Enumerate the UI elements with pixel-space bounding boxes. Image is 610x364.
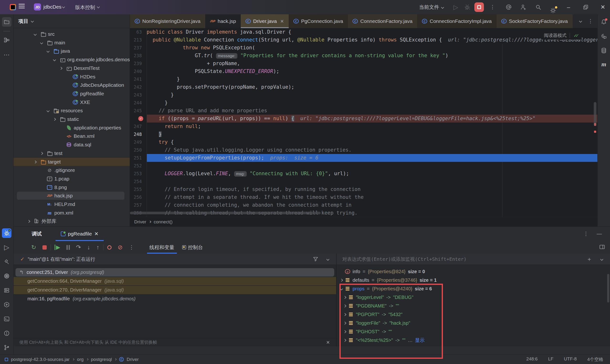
- variable-row[interactable]: "loggerFile"->"hack.jsp": [337, 319, 610, 327]
- gutter-246[interactable]: ✓: [130, 115, 147, 123]
- close-icon[interactable]: ✕: [280, 19, 284, 24]
- more-tools-button[interactable]: ⋯: [2, 50, 12, 60]
- evaluate-expression-field[interactable]: 对表达式求值(Enter)或添加监视(Ctrl+Shift+Enter) ＋: [337, 254, 610, 265]
- close-button[interactable]: ✕: [599, 3, 607, 11]
- rerun-button[interactable]: ↻: [31, 244, 36, 250]
- chevron-down-icon[interactable]: [47, 50, 50, 53]
- debug-more-kebab-icon[interactable]: ⋮: [129, 245, 134, 250]
- project-panel-header[interactable]: 项目: [13, 14, 130, 28]
- tree-item-org.example.jdbcdes.demos[interactable]: org.example.jdbcdes.demos: [13, 55, 130, 64]
- debug-tab-线程和变量[interactable]: 线程和变量: [146, 241, 178, 254]
- editor-tab-SocketFactoryFactory.java[interactable]: CSocketFactoryFactory.java: [496, 14, 572, 28]
- tree-item-test[interactable]: test: [13, 149, 130, 157]
- pause-button[interactable]: [66, 245, 70, 250]
- gutter-251[interactable]: 251: [130, 154, 147, 162]
- settings-button[interactable]: [549, 7, 557, 14]
- restore-button[interactable]: [582, 3, 589, 11]
- gutter-244[interactable]: 244: [130, 99, 147, 107]
- resume-button[interactable]: ▶: [55, 245, 60, 250]
- run-configuration-selector[interactable]: 当前文件: [419, 0, 444, 14]
- editor-tab-ConnectionFactoryImpl.java[interactable]: CConnectionFactoryImpl.java: [417, 14, 496, 28]
- gutter-254[interactable]: 254: [130, 178, 147, 185]
- editor-tab-PgConnection.java[interactable]: CPgConnection.java: [289, 14, 348, 28]
- gutter-242[interactable]: 242: [130, 83, 147, 91]
- stop-debug-button[interactable]: [42, 245, 47, 250]
- debug-session-tab[interactable]: pgReadfile ✕: [55, 227, 104, 241]
- gutter-247[interactable]: 247: [130, 123, 147, 130]
- git-tool-button[interactable]: [2, 343, 12, 352]
- vcs-menu[interactable]: 版本控制: [75, 4, 95, 11]
- tree-item-target[interactable]: target: [13, 158, 130, 166]
- line-ending[interactable]: LF: [548, 356, 553, 363]
- frame-row[interactable]: main:16, pgReadfile(org.example.jdbcdes.…: [13, 294, 336, 303]
- tree-item-data.sql[interactable]: data.sql: [13, 141, 130, 149]
- tree-item-外部库[interactable]: 外部库: [13, 217, 130, 225]
- gutter-213[interactable]: 213: [130, 36, 147, 44]
- gutter-237[interactable]: 237: [130, 44, 147, 52]
- chevron-right-icon[interactable]: [343, 313, 346, 316]
- gutter-255[interactable]: 255: [130, 185, 147, 193]
- step-over-button[interactable]: ↷: [76, 244, 81, 250]
- more-actions-button[interactable]: ⋮: [489, 3, 496, 11]
- debug-tab-控制台[interactable]: 控制台: [178, 241, 207, 254]
- debug-options-kebab-icon[interactable]: ⋮: [583, 231, 589, 236]
- gutter-256[interactable]: 256: [130, 193, 147, 201]
- mute-breakpoints-button[interactable]: ⊘: [118, 244, 123, 250]
- error-stripe-mark[interactable]: [594, 123, 596, 126]
- tree-item-pom.xml[interactable]: mpom.xml: [13, 209, 130, 217]
- problems-tool-button[interactable]: [2, 328, 12, 338]
- chevron-right-icon[interactable]: [34, 160, 37, 164]
- tree-item-static[interactable]: static: [13, 115, 130, 123]
- gutter-249[interactable]: 249: [130, 138, 147, 146]
- chevron-right-icon[interactable]: [343, 339, 346, 342]
- status-breadcrumb-class[interactable]: Driver: [127, 357, 139, 362]
- error-stripe-mark[interactable]: [594, 131, 596, 133]
- gutter-239[interactable]: 239: [130, 60, 147, 67]
- editor-tab-Driver.java[interactable]: CDriver.java✕: [241, 14, 289, 28]
- gutter-63[interactable]: 63: [130, 28, 147, 36]
- chevron-right-icon[interactable]: [27, 220, 30, 223]
- reader-mode-label[interactable]: 阅读器模式: [544, 32, 566, 39]
- tree-item-JdbcDesApplication[interactable]: JdbcDesApplication: [13, 81, 130, 89]
- step-out-button[interactable]: ↑: [96, 244, 99, 250]
- variable-row[interactable]: "loggerLevel"->"DEBUG": [337, 293, 610, 301]
- breadcrumb-class[interactable]: Driver: [134, 219, 146, 224]
- stop-button[interactable]: [474, 2, 484, 12]
- main-menu-icon[interactable]: [19, 4, 25, 8]
- code-editor[interactable]: 237 throw new PSQLException(238 GT.tr( m…: [130, 28, 597, 217]
- caret-position[interactable]: 248:6: [526, 356, 538, 363]
- gutter-257[interactable]: 257: [130, 201, 147, 209]
- tree-item-pgReadfile[interactable]: pgReadfile: [13, 90, 130, 98]
- gutter-248[interactable]: 248: [130, 130, 147, 138]
- frame-row[interactable]: getConnection:270, DriverManager(java.sq…: [13, 286, 336, 294]
- chevron-right-icon[interactable]: [340, 279, 343, 282]
- view-breakpoints-button[interactable]: [107, 245, 112, 250]
- tree-item-Bean.xml[interactable]: </>Bean.xml: [13, 132, 130, 140]
- variable-row[interactable]: "<%25test;%25>"->""…显示: [337, 336, 610, 344]
- variable-row[interactable]: pinfo={Properties@824}size = 0: [337, 267, 610, 276]
- database-tool-button[interactable]: [599, 46, 609, 55]
- build-tool-button[interactable]: [2, 257, 12, 267]
- tree-item-hack.jsp[interactable]: JSPhack.jsp: [13, 192, 130, 200]
- variable-row[interactable]: defaults={Properties@3746}size = 1: [337, 276, 610, 284]
- step-into-button[interactable]: ↓: [87, 244, 90, 250]
- layout-settings-icon[interactable]: [599, 244, 605, 250]
- tree-item-1.pcap[interactable]: ?1.pcap: [13, 175, 130, 183]
- chevron-right-icon[interactable]: [343, 304, 346, 308]
- vertical-scrollbar[interactable]: [607, 274, 609, 302]
- hide-panel-icon[interactable]: —: [597, 231, 602, 236]
- chevron-right-icon[interactable]: [59, 67, 63, 70]
- close-icon[interactable]: ✕: [94, 231, 98, 237]
- gutter-238[interactable]: 238: [130, 52, 147, 60]
- chevron-down-icon[interactable]: [47, 109, 50, 112]
- variable-row[interactable]: props={Properties@4240}size = 6: [337, 284, 610, 293]
- project-tool-button[interactable]: [2, 17, 12, 27]
- gutter-240[interactable]: 240: [130, 67, 147, 75]
- run-anything-tool-button[interactable]: [2, 300, 12, 309]
- tab-options-kebab-icon[interactable]: ⋮: [588, 19, 593, 24]
- tree-item-8.png[interactable]: 8.png: [13, 183, 130, 191]
- gutter-243[interactable]: 243: [130, 91, 147, 99]
- chevron-right-icon[interactable]: [343, 296, 346, 299]
- variable-row[interactable]: "PGPORT"->"5432": [337, 310, 610, 319]
- ai-assistant-button[interactable]: [505, 3, 513, 11]
